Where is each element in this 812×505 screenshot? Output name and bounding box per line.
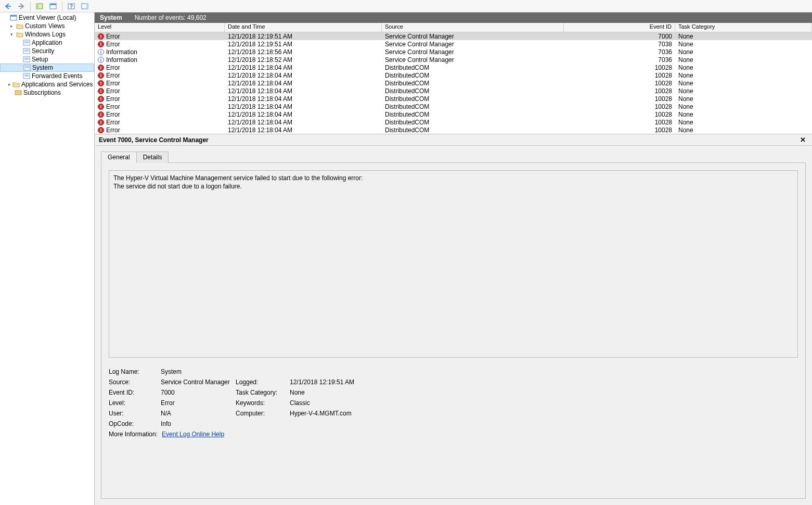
cell-source: DistributedCOM <box>382 80 564 87</box>
cell-datetime: 12/1/2018 12:18:04 AM <box>225 87 382 95</box>
tree-label: Setup <box>32 56 48 63</box>
event-row[interactable]: !Error12/1/2018 12:18:04 AMDistributedCO… <box>95 126 812 134</box>
close-button[interactable]: ✕ <box>798 136 808 144</box>
cell-event-id: 7036 <box>564 48 675 56</box>
event-row[interactable]: !Error12/1/2018 12:18:04 AMDistributedCO… <box>95 79 812 87</box>
tree-label: Security <box>32 47 54 55</box>
event-row[interactable]: !Error12/1/2018 12:18:04 AMDistributedCO… <box>95 103 812 110</box>
svg-rect-1 <box>36 4 38 9</box>
link-online-help[interactable]: Event Log Online Help <box>162 431 224 438</box>
show-hide-tree-button[interactable] <box>34 1 45 11</box>
event-row[interactable]: iInformation12/1/2018 12:18:52 AMService… <box>95 56 812 64</box>
label-log-name: Log Name: <box>109 368 159 375</box>
grid-body[interactable]: !Error12/1/2018 12:19:51 AMService Contr… <box>95 32 812 134</box>
svg-rect-3 <box>50 4 56 5</box>
col-header-eventid[interactable]: Event ID <box>564 23 675 32</box>
tree-label: Custom Views <box>25 22 65 30</box>
cell-level: Information <box>106 56 137 64</box>
cell-source: DistributedCOM <box>382 72 564 79</box>
error-icon: ! <box>98 80 104 86</box>
message-line: The Hyper-V Virtual Machine Management s… <box>113 174 793 182</box>
error-icon: ! <box>98 41 104 47</box>
cell-event-id: 7038 <box>564 41 675 48</box>
cell-source: DistributedCOM <box>382 127 564 134</box>
error-icon: ! <box>98 104 104 110</box>
cell-category: None <box>675 72 812 79</box>
event-row[interactable]: !Error12/1/2018 12:19:51 AMService Contr… <box>95 40 812 48</box>
event-row[interactable]: !Error12/1/2018 12:18:04 AMDistributedCO… <box>95 87 812 95</box>
event-viewer-window: ? ▶ Event Viewer (Local) ▸ Custom Views … <box>0 0 812 505</box>
cell-source: Service Control Manager <box>382 56 564 64</box>
cell-source: Service Control Manager <box>382 41 564 48</box>
value-log-name: System <box>161 368 234 375</box>
event-row[interactable]: !Error12/1/2018 12:18:04 AMDistributedCO… <box>95 71 812 79</box>
label-logged: Logged: <box>236 378 288 386</box>
tree-log-application[interactable]: Application <box>0 39 94 47</box>
tree-log-security[interactable]: Security <box>0 47 94 55</box>
label-opcode: OpCode: <box>109 420 159 427</box>
toolbar-separator <box>30 2 31 11</box>
cell-datetime: 12/1/2018 12:18:52 AM <box>225 56 382 64</box>
event-row[interactable]: !Error12/1/2018 12:18:04 AMDistributedCO… <box>95 64 812 71</box>
value-opcode: Info <box>161 420 234 427</box>
event-row[interactable]: !Error12/1/2018 12:19:51 AMService Contr… <box>95 32 812 40</box>
forward-button[interactable] <box>16 1 27 11</box>
toolbar: ? <box>0 0 812 12</box>
col-header-category[interactable]: Task Category <box>675 23 812 32</box>
col-header-datetime[interactable]: Date and Time <box>225 23 382 32</box>
navigation-tree[interactable]: ▶ Event Viewer (Local) ▸ Custom Views ▾ … <box>0 12 95 505</box>
tree-apps-services[interactable]: ▸ Applications and Services Logs <box>0 80 94 89</box>
label-level: Level: <box>109 399 159 407</box>
tree-custom-views[interactable]: ▸ Custom Views <box>0 22 94 30</box>
tree-root[interactable]: ▶ Event Viewer (Local) <box>0 14 94 22</box>
value-event-id: 7000 <box>161 389 234 396</box>
col-header-source[interactable]: Source <box>382 23 564 32</box>
cell-level: Error <box>106 119 120 126</box>
error-icon: ! <box>98 72 104 79</box>
event-row[interactable]: iInformation12/1/2018 12:18:56 AMService… <box>95 48 812 56</box>
tree-log-setup[interactable]: Setup <box>0 55 94 64</box>
tree-label: Forwarded Events <box>32 72 82 80</box>
svg-text:!: ! <box>100 104 102 109</box>
chevron-down-icon[interactable]: ▾ <box>8 32 15 37</box>
cell-category: None <box>675 33 812 40</box>
tab-panel-general: The Hyper-V Virtual Machine Management s… <box>101 162 806 499</box>
cell-source: DistributedCOM <box>382 87 564 95</box>
cell-event-id: 10028 <box>564 95 675 103</box>
event-row[interactable]: !Error12/1/2018 12:18:04 AMDistributedCO… <box>95 118 812 126</box>
log-icon <box>23 64 31 71</box>
tab-details[interactable]: Details <box>136 152 169 163</box>
tree-log-system[interactable]: System <box>0 64 94 72</box>
properties-button[interactable] <box>47 1 59 11</box>
cell-datetime: 12/1/2018 12:18:04 AM <box>225 72 382 79</box>
message-line: The service did not start due to a logon… <box>113 182 793 191</box>
cell-category: None <box>675 95 812 103</box>
cell-category: None <box>675 111 812 118</box>
cell-datetime: 12/1/2018 12:18:56 AM <box>225 48 382 56</box>
tree-windows-logs[interactable]: ▾ Windows Logs <box>0 30 94 39</box>
back-button[interactable] <box>2 1 14 11</box>
event-row[interactable]: !Error12/1/2018 12:18:04 AMDistributedCO… <box>95 110 812 118</box>
chevron-right-icon[interactable]: ▸ <box>8 82 11 87</box>
chevron-right-icon[interactable]: ▸ <box>8 23 15 29</box>
log-icon <box>23 72 30 80</box>
cell-datetime: 12/1/2018 12:18:04 AM <box>225 127 382 134</box>
cell-event-id: 7000 <box>564 33 675 40</box>
help-button[interactable]: ? <box>66 1 77 11</box>
cell-source: Service Control Manager <box>382 48 564 56</box>
svg-text:!: ! <box>100 96 102 102</box>
tree-subscriptions[interactable]: Subscriptions <box>0 89 94 97</box>
label-more-info: More Information: <box>109 431 158 438</box>
cell-event-id: 10028 <box>564 103 675 110</box>
action-pane-button[interactable] <box>79 1 91 11</box>
error-icon: ! <box>98 119 104 125</box>
svg-text:!: ! <box>100 42 102 47</box>
event-count: Number of events: 49,602 <box>135 14 207 21</box>
tree-log-forwarded[interactable]: Forwarded Events <box>0 72 94 80</box>
event-row[interactable]: !Error12/1/2018 12:18:04 AMDistributedCO… <box>95 95 812 103</box>
tab-general[interactable]: General <box>101 152 137 163</box>
col-header-level[interactable]: Level <box>95 23 225 32</box>
details-title: Event 7000, Service Control Manager <box>99 136 209 144</box>
svg-rect-25 <box>15 91 21 95</box>
folder-open-icon <box>16 31 23 38</box>
